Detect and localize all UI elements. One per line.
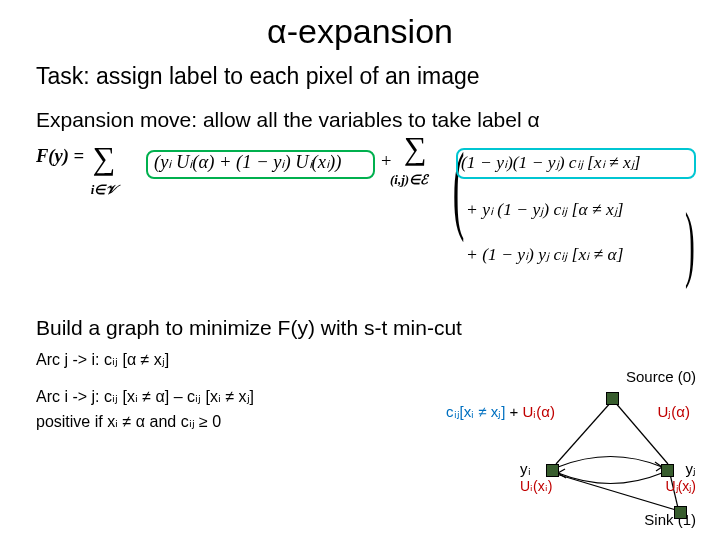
sink-label: Sink (1) [644, 511, 696, 528]
slide-title: α-expansion [36, 12, 684, 51]
graph-diagram: Source (0) Sink (1) Uⱼ(α) cᵢⱼ[xᵢ ≠ xⱼ] +… [446, 368, 696, 528]
big-paren-right: ) [685, 201, 695, 285]
eq-lhs: F(y) = [36, 146, 84, 166]
slide: α-expansion Task: assign label to each p… [0, 0, 720, 540]
source-node [606, 392, 619, 405]
plus-between-sums: + [381, 151, 391, 172]
cij-part: cᵢⱼ[xᵢ ≠ xⱼ] [446, 403, 505, 420]
yi-label: yᵢ [520, 460, 531, 478]
svg-line-0 [556, 401, 612, 464]
node-i [546, 464, 559, 477]
arc-j-to-i: Arc j -> i: cᵢⱼ [α ≠ xⱼ] [36, 350, 684, 369]
edge-plus: + [505, 403, 522, 420]
sum2-sub: (i,j)∈ℰ [390, 174, 428, 186]
sum-over-v: ∑i∈𝒱 [93, 152, 116, 164]
svg-line-6 [558, 469, 565, 473]
unary-term: (yᵢ Uᵢ(α) + (1 − yᵢ) Uᵢ(xᵢ)) [154, 151, 341, 173]
src-to-i-edge-label: cᵢⱼ[xᵢ ≠ xⱼ] + Uᵢ(α) [446, 403, 555, 421]
source-label: Source (0) [626, 368, 696, 385]
pairwise-term-3: + (1 − yᵢ) yⱼ cᵢⱼ [xᵢ ≠ α] [466, 244, 624, 265]
svg-line-7 [558, 473, 566, 478]
expansion-line: Expansion move: allow all the variables … [36, 108, 684, 132]
uj-alpha-label: Uⱼ(α) [658, 403, 691, 421]
pairwise-term-2: + yᵢ (1 − yⱼ) cᵢⱼ [α ≠ xⱼ] [466, 199, 624, 220]
sink-node [674, 506, 687, 519]
node-j [661, 464, 674, 477]
sum-over-e: ∑(i,j)∈ℰ [404, 142, 427, 154]
uj-xj-label: Uⱼ(xⱼ) [666, 478, 696, 494]
graph-edges [446, 368, 696, 528]
yj-label: yⱼ [686, 460, 697, 478]
pairwise-term-1: (1 − yᵢ)(1 − yⱼ) cᵢⱼ [xᵢ ≠ xⱼ] [461, 152, 641, 173]
equation-block: F(y) = ∑i∈𝒱 (yᵢ Uᵢ(α) + (1 − yᵢ) Uᵢ(xᵢ))… [36, 146, 684, 316]
svg-line-2 [556, 474, 676, 510]
build-graph-line: Build a graph to minimize F(y) with s-t … [36, 316, 684, 340]
ui-xi-label: Uᵢ(xᵢ) [520, 478, 552, 494]
task-line: Task: assign label to each pixel of an i… [36, 63, 684, 90]
ui-alpha-part: Uᵢ(α) [523, 403, 556, 420]
sum1-sub: i∈𝒱 [91, 184, 115, 196]
